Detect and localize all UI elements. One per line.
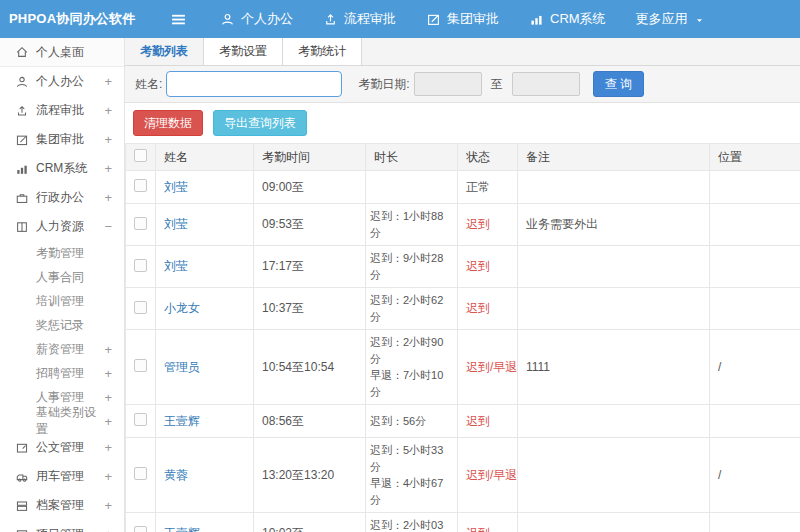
sidebar-subitem-label: 考勤管理 xyxy=(36,245,84,262)
sidebar-subitem[interactable]: 薪资管理+ xyxy=(0,337,124,361)
row-checkbox[interactable] xyxy=(134,467,147,480)
sidebar-item[interactable]: 人力资源− xyxy=(0,212,124,241)
sidebar-item[interactable]: CRM系统+ xyxy=(0,154,124,183)
tab-2[interactable]: 考勤设置 xyxy=(204,38,283,65)
employee-name-link[interactable]: 刘莹 xyxy=(164,259,188,273)
menu-toggle-button[interactable] xyxy=(170,11,187,28)
row-checkbox[interactable] xyxy=(134,259,147,272)
duration-line: 迟到：2小时90分 xyxy=(370,334,453,367)
nav-item-label: 个人办公 xyxy=(241,10,293,28)
cell-name: 管理员 xyxy=(156,330,254,405)
nav-item-3[interactable]: 集团审批 xyxy=(411,0,514,38)
employee-name-link[interactable]: 刘莹 xyxy=(164,217,188,231)
expand-toggle-icon: + xyxy=(104,132,112,147)
status-badge: 迟到 xyxy=(466,414,490,428)
date-to-input[interactable] xyxy=(512,72,580,96)
nav-item-label: 集团审批 xyxy=(447,10,499,28)
status-badge: 迟到/早退 xyxy=(466,360,517,374)
cell-location xyxy=(710,204,800,246)
select-all-checkbox[interactable] xyxy=(134,149,147,162)
tab-1[interactable]: 考勤列表 xyxy=(125,38,204,65)
sidebar-subitem[interactable]: 考勤管理 xyxy=(0,241,124,265)
table-row: 王壹辉10:02至迟到：2小时03分迟到 xyxy=(126,513,800,532)
nav-item-1[interactable]: 个人办公 xyxy=(205,0,308,38)
sidebar-item[interactable]: 公文管理+ xyxy=(0,433,124,462)
cell-status: 迟到/早退 xyxy=(458,330,518,405)
user-icon xyxy=(220,12,235,27)
query-button[interactable]: 查 询 xyxy=(593,71,644,97)
car-icon xyxy=(15,470,29,484)
date-from-input[interactable] xyxy=(414,72,482,96)
table-row: 黄蓉13:20至13:20迟到：5小时33分早退：4小时67分迟到/早退/ xyxy=(126,438,800,513)
cell-location: / xyxy=(710,438,800,513)
hamburger-icon xyxy=(170,11,187,28)
employee-name-link[interactable]: 黄蓉 xyxy=(164,468,188,482)
export-list-button[interactable]: 导出查询列表 xyxy=(213,110,307,136)
sidebar-item-label: CRM系统 xyxy=(36,160,100,177)
employee-name-link[interactable]: 王壹辉 xyxy=(164,414,200,428)
table-header-row: 姓名考勤时间时长状态备注位置 xyxy=(126,144,800,171)
cell-status: 正常 xyxy=(458,171,518,204)
sidebar-item[interactable]: 集团审批+ xyxy=(0,125,124,154)
nav-item-2[interactable]: 流程审批 xyxy=(308,0,411,38)
cell-location: / xyxy=(710,330,800,405)
status-badge: 迟到 xyxy=(466,526,490,532)
tab-3[interactable]: 考勤统计 xyxy=(283,38,362,65)
cell-time: 10:37至 xyxy=(254,288,366,330)
nav-item-4[interactable]: CRM系统 xyxy=(514,0,621,38)
row-checkbox[interactable] xyxy=(134,179,147,192)
row-checkbox[interactable] xyxy=(134,526,147,532)
sidebar-subitem-label: 培训管理 xyxy=(36,293,84,310)
main-content: 考勤列表考勤设置考勤统计 姓名: 考勤日期: 至 查 询 清理数据 导出查询列表… xyxy=(125,38,800,532)
sidebar-item[interactable]: 流程审批+ xyxy=(0,96,124,125)
sidebar-item[interactable]: 个人办公+ xyxy=(0,67,124,96)
duration-line: 迟到：1小时88分 xyxy=(370,208,453,241)
employee-name-link[interactable]: 刘莹 xyxy=(164,180,188,194)
cell-duration xyxy=(366,171,458,204)
expand-toggle-icon: + xyxy=(104,414,112,429)
duration-line: 迟到：5小时33分 xyxy=(370,442,453,475)
sidebar-subitem[interactable]: 招聘管理+ xyxy=(0,361,124,385)
cell-time: 13:20至13:20 xyxy=(254,438,366,513)
row-checkbox[interactable] xyxy=(134,301,147,314)
cell-duration: 迟到：1小时88分 xyxy=(366,204,458,246)
sidebar-item[interactable]: 档案管理+ xyxy=(0,491,124,520)
table-row: 管理员10:54至10:54迟到：2小时90分早退：7小时10分迟到/早退111… xyxy=(126,330,800,405)
cell-note xyxy=(518,288,710,330)
expand-toggle-icon: + xyxy=(104,390,112,405)
header-cell: 备注 xyxy=(518,144,710,171)
sidebar-subitem-label: 人事管理 xyxy=(36,389,84,406)
cell-time: 10:54至10:54 xyxy=(254,330,366,405)
expand-toggle-icon: + xyxy=(104,103,112,118)
edit-icon xyxy=(426,12,441,27)
row-checkbox[interactable] xyxy=(134,359,147,372)
cell-status: 迟到 xyxy=(458,405,518,438)
sidebar-item-label: 项目管理 xyxy=(36,526,100,532)
row-checkbox[interactable] xyxy=(134,217,147,230)
sidebar-subitem[interactable]: 人事合同 xyxy=(0,265,124,289)
sidebar-item[interactable]: 行政办公+ xyxy=(0,183,124,212)
cell-note: 1111 xyxy=(518,330,710,405)
sidebar-item[interactable]: 项目管理+ xyxy=(0,520,124,532)
table-body: 刘莹09:00至正常刘莹09:53至迟到：1小时88分迟到业务需要外出刘莹17:… xyxy=(126,171,800,532)
table-row: 刘莹17:17至迟到：9小时28分迟到 xyxy=(126,246,800,288)
name-filter-input[interactable] xyxy=(166,71,342,97)
employee-name-link[interactable]: 管理员 xyxy=(164,360,200,374)
status-badge: 迟到 xyxy=(466,301,490,315)
sidebar-item-label: 流程审批 xyxy=(36,102,100,119)
sidebar-item[interactable]: 个人桌面 xyxy=(0,38,124,67)
cell-name: 刘莹 xyxy=(156,171,254,204)
employee-name-link[interactable]: 王壹辉 xyxy=(164,526,200,532)
sidebar-item[interactable]: 用车管理+ xyxy=(0,462,124,491)
clean-data-button[interactable]: 清理数据 xyxy=(133,110,203,136)
sidebar-subitem[interactable]: 基础类别设置+ xyxy=(0,409,124,433)
cell-duration: 迟到：2小时90分早退：7小时10分 xyxy=(366,330,458,405)
row-checkbox[interactable] xyxy=(134,413,147,426)
cell-time: 17:17至 xyxy=(254,246,366,288)
employee-name-link[interactable]: 小龙女 xyxy=(164,301,200,315)
sidebar-subitem[interactable]: 奖惩记录 xyxy=(0,313,124,337)
sidebar-item-label: 行政办公 xyxy=(36,189,100,206)
nav-item-5[interactable]: 更多应用 xyxy=(621,0,720,38)
sidebar-subitem[interactable]: 培训管理 xyxy=(0,289,124,313)
cell-checkbox xyxy=(126,204,156,246)
